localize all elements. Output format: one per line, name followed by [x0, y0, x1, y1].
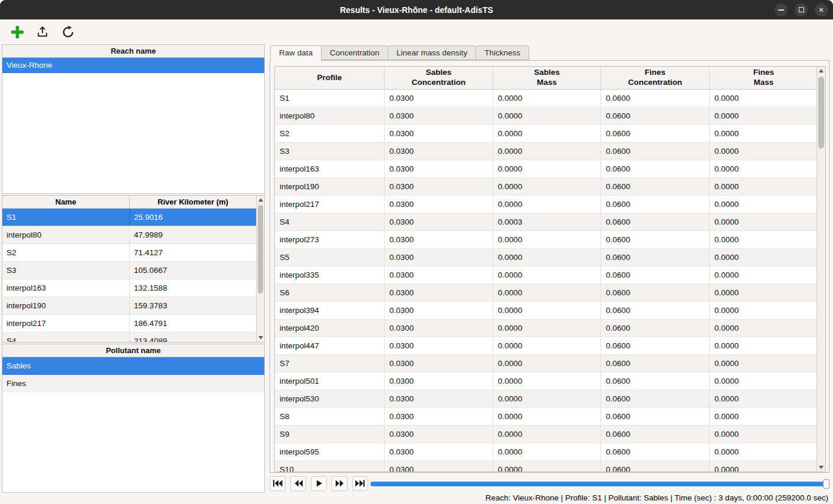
- play-button[interactable]: [311, 476, 327, 491]
- tab-concentration[interactable]: Concentration: [321, 45, 388, 60]
- profile-row[interactable]: S3105.0667: [2, 262, 256, 279]
- profile-cell: interpol394: [275, 302, 385, 319]
- results-row[interactable]: interpol2730.03000.00000.06000.0000: [275, 231, 818, 249]
- results-scrollbar[interactable]: [816, 67, 825, 472]
- value-cell: 0.0600: [601, 125, 710, 142]
- seek-backward-button[interactable]: [290, 476, 306, 491]
- results-row[interactable]: S20.03000.00000.06000.0000: [275, 125, 818, 143]
- profiles-scrollbar[interactable]: [256, 196, 264, 342]
- value-cell: 0.0300: [385, 231, 493, 248]
- scroll-up-icon[interactable]: [819, 69, 824, 73]
- titlebar[interactable]: Results - Vieux-Rhône - default-AdisTS ✕: [0, 0, 833, 19]
- maximize-button[interactable]: [795, 4, 808, 17]
- value-cell: 0.0000: [710, 196, 818, 213]
- value-cell: 0.0300: [385, 390, 493, 407]
- profile-cell: S1: [275, 90, 385, 107]
- toolbar: [0, 19, 833, 44]
- results-row[interactable]: S40.03000.00030.06000.0000: [275, 213, 818, 231]
- results-row[interactable]: interpol1900.03000.00000.06000.0000: [275, 178, 818, 196]
- profile-row[interactable]: interpol8047.9989: [2, 226, 256, 244]
- results-row[interactable]: interpol800.03000.00000.06000.0000: [275, 107, 818, 125]
- results-row[interactable]: S70.03000.00000.06000.0000: [275, 355, 818, 373]
- profile-row[interactable]: S271.4127: [2, 244, 256, 262]
- value-cell: 0.0300: [385, 213, 493, 230]
- results-row[interactable]: interpol4200.03000.00000.06000.0000: [275, 319, 818, 337]
- results-row[interactable]: interpol5950.03000.00000.06000.0000: [275, 443, 818, 461]
- column-header-profile[interactable]: Profile: [275, 67, 385, 89]
- window-title: Results - Vieux-Rhône - default-AdisTS: [340, 5, 493, 15]
- tab-thickness[interactable]: Thickness: [475, 45, 529, 60]
- results-row[interactable]: S30.03000.00000.06000.0000: [275, 143, 818, 160]
- pollutant-list-item[interactable]: Fines: [2, 375, 264, 393]
- value-cell: 0.0300: [385, 284, 493, 301]
- results-row[interactable]: interpol3940.03000.00000.06000.0000: [275, 302, 818, 319]
- seek-forward-button[interactable]: [332, 476, 347, 491]
- profile-row[interactable]: S4213.4089: [2, 332, 256, 342]
- value-cell: 0.0003: [493, 213, 601, 230]
- value-cell: 0.0600: [601, 266, 710, 284]
- column-header-fines-concentration[interactable]: FinesConcentration: [601, 67, 710, 89]
- column-header-sables-mass[interactable]: SablesMass: [493, 67, 601, 89]
- profile-cell: S10: [275, 461, 385, 472]
- results-row[interactable]: interpol5010.03000.00000.06000.0000: [275, 373, 818, 390]
- go-first-button[interactable]: [270, 476, 286, 491]
- results-row[interactable]: interpol2170.03000.00000.06000.0000: [275, 196, 818, 213]
- scroll-down-icon[interactable]: [819, 466, 824, 469]
- go-last-button[interactable]: [352, 476, 368, 491]
- value-cell: 0.0600: [601, 143, 710, 160]
- column-header-fines-mass[interactable]: FinesMass: [710, 67, 818, 89]
- scrollbar-thumb[interactable]: [258, 205, 263, 294]
- results-row[interactable]: S10.03000.00000.06000.0000: [275, 90, 818, 107]
- add-button[interactable]: [9, 24, 25, 40]
- scroll-down-icon[interactable]: [258, 336, 263, 340]
- results-row[interactable]: interpol3350.03000.00000.06000.0000: [275, 266, 818, 284]
- reach-list-item[interactable]: Vieux-Rhone: [2, 58, 264, 73]
- scroll-up-icon[interactable]: [258, 198, 263, 202]
- value-cell: 0.0600: [601, 284, 710, 301]
- value-cell: 0.0600: [601, 213, 710, 230]
- close-button[interactable]: ✕: [815, 4, 828, 17]
- results-row[interactable]: S90.03000.00000.06000.0000: [275, 426, 818, 443]
- results-row[interactable]: interpol5300.03000.00000.06000.0000: [275, 390, 818, 408]
- results-row[interactable]: interpol4470.03000.00000.06000.0000: [275, 337, 818, 355]
- profile-row[interactable]: S125.9016: [2, 209, 256, 226]
- export-button[interactable]: [34, 24, 51, 40]
- value-cell: 0.0000: [710, 337, 818, 354]
- results-row[interactable]: S50.03000.00000.06000.0000: [275, 249, 818, 266]
- refresh-button[interactable]: [60, 24, 76, 40]
- value-cell: 0.0000: [493, 90, 601, 107]
- column-header-sables-concentration[interactable]: SablesConcentration: [385, 67, 493, 89]
- value-cell: 0.0000: [493, 178, 601, 195]
- profile-cell: S2: [275, 125, 385, 142]
- pollutant-list-item[interactable]: Sables: [2, 357, 264, 375]
- value-cell: 0.0300: [385, 107, 493, 124]
- results-row[interactable]: S60.03000.00000.06000.0000: [275, 284, 818, 302]
- skip-to-end-icon: [355, 480, 365, 487]
- value-cell: 0.0000: [710, 443, 818, 460]
- profile-cell: interpol595: [275, 443, 385, 460]
- profile-km-cell: 132.1588: [130, 279, 256, 297]
- plus-icon: [10, 25, 25, 39]
- tab-linear-mass-density[interactable]: Linear mass density: [388, 45, 476, 60]
- column-header-name[interactable]: Name: [2, 196, 130, 208]
- profile-name-cell: S3: [2, 262, 130, 279]
- results-row[interactable]: interpol1630.03000.00000.06000.0000: [275, 160, 818, 178]
- reach-panel-header: Reach name: [2, 45, 264, 58]
- profile-row[interactable]: interpol190159.3783: [2, 297, 256, 315]
- results-row[interactable]: S100.03000.00000.06000.0000: [275, 461, 818, 472]
- scrollbar-thumb[interactable]: [818, 77, 824, 149]
- minimize-button[interactable]: [775, 4, 788, 17]
- time-slider-handle[interactable]: [823, 479, 829, 489]
- profile-row[interactable]: interpol163132.1588: [2, 279, 256, 297]
- profiles-table-header: Name River Kilometer (m): [2, 196, 256, 209]
- value-cell: 0.0300: [385, 319, 493, 337]
- tab-raw-data[interactable]: Raw data: [270, 45, 322, 61]
- results-table-header: ProfileSablesConcentrationSablesMassFine…: [275, 67, 818, 90]
- column-header-river-kilometer[interactable]: River Kilometer (m): [130, 196, 256, 208]
- results-row[interactable]: S80.03000.00000.06000.0000: [275, 408, 818, 426]
- results-table-body: S10.03000.00000.06000.0000interpol800.03…: [275, 90, 818, 472]
- time-slider[interactable]: [370, 482, 828, 486]
- value-cell: 0.0300: [385, 160, 493, 177]
- value-cell: 0.0000: [710, 143, 818, 160]
- profile-row[interactable]: interpol217186.4791: [2, 315, 256, 332]
